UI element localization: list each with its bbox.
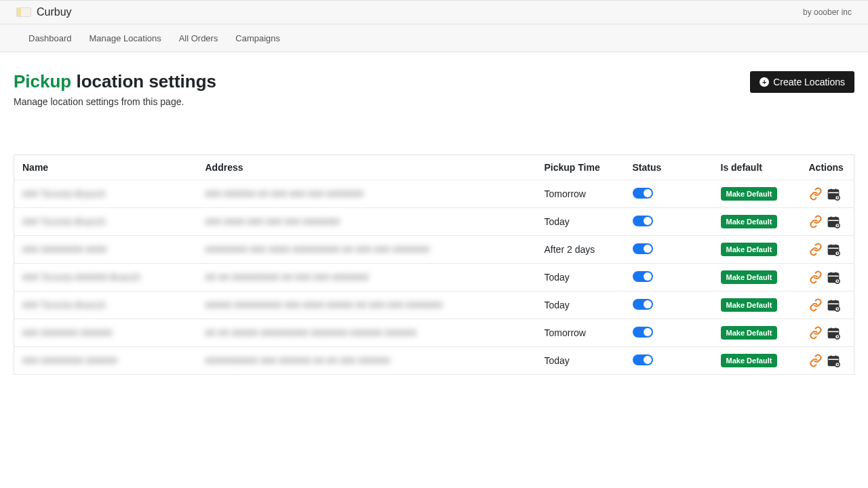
make-default-button[interactable]: Make Default bbox=[721, 243, 778, 256]
nav-all-orders[interactable]: All Orders bbox=[179, 33, 218, 43]
brand[interactable]: Curbuy bbox=[16, 6, 72, 18]
make-default-button[interactable]: Make Default bbox=[721, 187, 778, 201]
th-name: Name bbox=[14, 155, 197, 180]
cell-default: Make Default bbox=[713, 347, 801, 375]
page-header: Pickup location settings Manage location… bbox=[14, 71, 854, 107]
cell-address: ######## ### #### ######### ## ### ### #… bbox=[197, 236, 536, 264]
status-toggle[interactable] bbox=[633, 327, 653, 338]
schedule-icon[interactable] bbox=[827, 326, 840, 340]
status-toggle[interactable] bbox=[633, 243, 653, 254]
brand-name: Curbuy bbox=[37, 6, 72, 18]
plus-icon: + bbox=[760, 77, 769, 87]
make-default-button[interactable]: Make Default bbox=[721, 354, 778, 367]
svg-rect-47 bbox=[833, 361, 835, 362]
cell-address: ##### ######### ### #### ##### ## ### ##… bbox=[197, 291, 536, 319]
cell-pickup: Today bbox=[536, 347, 625, 375]
create-locations-button[interactable]: + Create Locations bbox=[750, 71, 854, 93]
make-default-button[interactable]: Make Default bbox=[721, 215, 778, 228]
status-toggle[interactable] bbox=[633, 216, 653, 226]
schedule-icon[interactable] bbox=[827, 354, 840, 367]
svg-rect-18 bbox=[830, 249, 832, 251]
table-header-row: Name Address Pickup Time Status Is defau… bbox=[14, 155, 854, 180]
schedule-icon[interactable] bbox=[827, 298, 840, 312]
cell-address: ## ## ##### ######### ####### ###### ###… bbox=[197, 319, 536, 347]
link-icon[interactable] bbox=[809, 187, 823, 201]
table-row: ### Toronto-Branch##### ######### ### ##… bbox=[14, 291, 854, 319]
cell-name: ### Toronto-######-Branch bbox=[14, 264, 197, 291]
cell-default: Make Default bbox=[713, 180, 801, 208]
topbar: Curbuy by ooober inc bbox=[0, 0, 868, 24]
schedule-icon[interactable] bbox=[827, 215, 840, 228]
th-status: Status bbox=[625, 155, 713, 180]
cell-default: Make Default bbox=[713, 291, 801, 319]
table-row: ### Toronto-Branch### #### ### ### ### #… bbox=[14, 208, 854, 236]
cell-actions bbox=[801, 208, 854, 236]
table-row: ### Toronto-######-Branch## ## #########… bbox=[14, 264, 854, 291]
cell-status bbox=[625, 236, 713, 264]
cell-name: ### ######## ###### bbox=[14, 347, 197, 375]
cell-pickup: After 2 days bbox=[536, 236, 625, 264]
cell-name: ### ####### ###### bbox=[14, 319, 197, 347]
link-icon[interactable] bbox=[809, 243, 823, 256]
cell-actions bbox=[801, 347, 854, 375]
page-title-rest: location settings bbox=[76, 71, 216, 92]
cell-name: ### Toronto-Branch bbox=[14, 291, 197, 319]
make-default-button[interactable]: Make Default bbox=[721, 326, 778, 340]
svg-rect-19 bbox=[833, 249, 835, 251]
th-default: Is default bbox=[713, 155, 801, 180]
table-row: ### Toronto-Branch### ###### ## ### ### … bbox=[14, 180, 854, 208]
cell-pickup: Today bbox=[536, 291, 625, 319]
cell-default: Make Default bbox=[713, 208, 801, 236]
link-icon[interactable] bbox=[809, 326, 823, 340]
nav-manage-locations[interactable]: Manage Locations bbox=[90, 33, 161, 43]
page-subtitle: Manage location settings from this page. bbox=[14, 96, 216, 107]
create-button-label: Create Locations bbox=[773, 77, 845, 87]
th-pickup: Pickup Time bbox=[536, 155, 625, 180]
cell-address: ### #### ### ### ### ####### bbox=[197, 208, 536, 236]
locations-table: Name Address Pickup Time Status Is defau… bbox=[14, 155, 854, 375]
make-default-button[interactable]: Make Default bbox=[721, 270, 778, 284]
cell-name: ### Toronto-Branch bbox=[14, 208, 197, 236]
svg-rect-12 bbox=[833, 222, 835, 223]
cell-status bbox=[625, 180, 713, 208]
status-toggle[interactable] bbox=[633, 354, 653, 365]
cell-default: Make Default bbox=[713, 236, 801, 264]
status-toggle[interactable] bbox=[633, 271, 653, 282]
cell-actions bbox=[801, 291, 854, 319]
schedule-icon[interactable] bbox=[827, 270, 840, 284]
cell-pickup: Tomorrow bbox=[536, 180, 625, 208]
svg-rect-5 bbox=[833, 194, 835, 195]
table-row: ### ####### ######## ## ##### ######### … bbox=[14, 319, 854, 347]
schedule-icon[interactable] bbox=[827, 243, 840, 256]
cell-address: ### ###### ## ### ### ### ####### bbox=[197, 180, 536, 208]
status-toggle[interactable] bbox=[633, 188, 653, 199]
navbar: Dashboard Manage Locations All Orders Ca… bbox=[0, 24, 868, 52]
svg-rect-33 bbox=[833, 305, 835, 306]
make-default-button[interactable]: Make Default bbox=[721, 298, 778, 312]
link-icon[interactable] bbox=[809, 354, 823, 367]
link-icon[interactable] bbox=[809, 298, 823, 312]
cell-status bbox=[625, 208, 713, 236]
nav-campaigns[interactable]: Campaigns bbox=[235, 33, 280, 43]
link-icon[interactable] bbox=[809, 215, 823, 228]
cell-default: Make Default bbox=[713, 319, 801, 347]
cell-actions bbox=[801, 236, 854, 264]
svg-rect-32 bbox=[830, 305, 832, 306]
nav-dashboard[interactable]: Dashboard bbox=[28, 33, 72, 43]
cell-name: ### ######## #### bbox=[14, 236, 197, 264]
cell-status bbox=[625, 291, 713, 319]
cell-actions bbox=[801, 264, 854, 291]
cell-address: ## ## ######### ## ### ### ####### bbox=[197, 264, 536, 291]
brand-logo-icon bbox=[16, 7, 31, 17]
link-icon[interactable] bbox=[809, 270, 823, 284]
schedule-icon[interactable] bbox=[827, 187, 840, 201]
svg-rect-40 bbox=[833, 333, 835, 334]
cell-address: ########## ### ###### ## ## ### ###### bbox=[197, 347, 536, 375]
table-row: ### ######## ################ ### ######… bbox=[14, 347, 854, 375]
th-actions: Actions bbox=[801, 155, 854, 180]
cell-default: Make Default bbox=[713, 264, 801, 291]
cell-name: ### Toronto-Branch bbox=[14, 180, 197, 208]
cell-actions bbox=[801, 319, 854, 347]
cell-pickup: Tomorrow bbox=[536, 319, 625, 347]
status-toggle[interactable] bbox=[633, 299, 653, 310]
